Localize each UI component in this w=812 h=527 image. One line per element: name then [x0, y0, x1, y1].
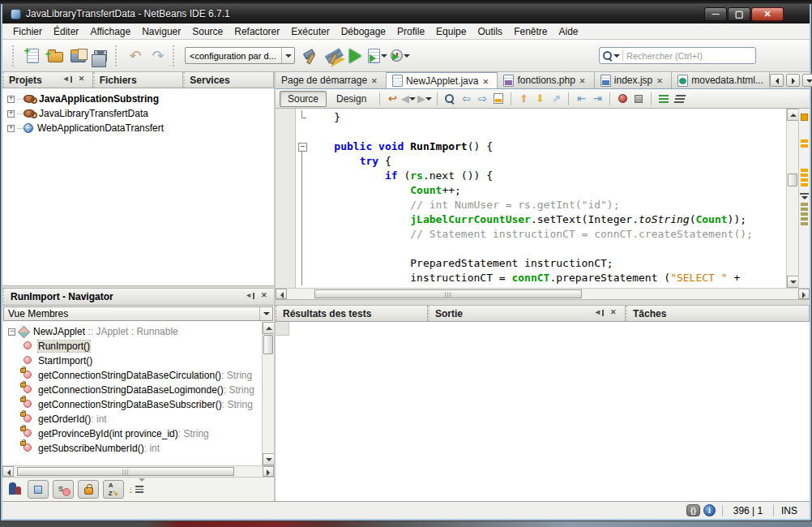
scroll-tabs-left-button[interactable]	[770, 74, 784, 87]
editor-tab-movedata-html[interactable]: movedata.html...	[672, 72, 770, 88]
search-icon[interactable]	[603, 51, 613, 61]
scrollbar-thumb[interactable]	[788, 174, 797, 186]
shift-left-button[interactable]: ⇤	[573, 91, 589, 107]
close-tab-icon[interactable]	[656, 75, 665, 86]
menu-item-refactorer[interactable]: Refactorer	[229, 24, 285, 39]
close-panel-icon[interactable]	[77, 75, 88, 85]
scroll-left-icon[interactable]	[276, 289, 287, 299]
stripe-mark-old[interactable]	[801, 212, 808, 216]
navigator-root-node[interactable]: NewJApplet :: JApplet : Runnable	[6, 324, 274, 339]
collapse-icon[interactable]	[8, 328, 15, 336]
stripe-mark-warn[interactable]	[801, 139, 808, 143]
menu-item-affichage[interactable]: Affichage	[84, 24, 136, 39]
back-button[interactable]: ◀	[400, 91, 417, 107]
menu-item-equipe[interactable]: Equipe	[430, 24, 472, 39]
stripe-mark-warn[interactable]	[801, 144, 808, 148]
navigator-member-getsubscribenumberid[interactable]: getSubscribeNumberId() : int	[6, 441, 274, 456]
projects-tree[interactable]: JavaApplicationSubstringJavaLibraryTrans…	[2, 88, 274, 285]
toolbar-grip[interactable]	[115, 45, 121, 66]
run-button[interactable]	[344, 45, 366, 67]
menu-item-outils[interactable]: Outils	[472, 24, 508, 39]
close-tab-icon[interactable]	[482, 75, 491, 87]
stripe-mark-old[interactable]	[801, 208, 808, 211]
redo-button[interactable]: ↷	[147, 45, 169, 67]
error-stripe[interactable]	[798, 109, 810, 288]
navigator-view-select[interactable]: Vue Membres	[3, 306, 273, 321]
stripe-mark-old[interactable]	[801, 217, 808, 221]
scrollbar-thumb[interactable]	[17, 467, 234, 476]
show-fields-toggle[interactable]	[28, 480, 49, 499]
close-panel-icon[interactable]	[609, 309, 619, 319]
shift-right-button[interactable]: ⇥	[589, 91, 605, 107]
configuration-select[interactable]: <configuration par d...	[185, 47, 295, 64]
editor-notifications-icon[interactable]	[686, 504, 700, 516]
chevron-down-icon[interactable]	[613, 51, 620, 61]
bottom-tab-taches[interactable]: Tâches	[626, 306, 810, 321]
maximize-button[interactable]	[728, 7, 750, 21]
quick-search[interactable]	[599, 47, 756, 64]
stripe-mark-old[interactable]	[801, 203, 808, 206]
build-button[interactable]	[298, 45, 321, 67]
panel-tab-projets[interactable]: Projets	[2, 72, 93, 88]
menu-item-editer[interactable]: Éditer	[48, 24, 84, 39]
info-icon[interactable]	[703, 504, 716, 516]
toolbar-grip[interactable]	[173, 45, 178, 66]
scrollbar-thumb[interactable]	[263, 335, 273, 354]
navigator-vertical-scrollbar[interactable]	[262, 322, 274, 465]
stripe-mark-warn[interactable]	[801, 183, 808, 186]
minimize-button[interactable]	[704, 7, 727, 21]
stripe-mark-caret[interactable]	[800, 193, 809, 195]
chevron-down-icon[interactable]	[425, 94, 433, 104]
stripe-mark-status[interactable]	[801, 114, 808, 121]
stripe-mark-warn[interactable]	[801, 178, 808, 182]
scroll-down-icon[interactable]	[263, 453, 274, 465]
menu-item-executer[interactable]: Exécuter	[285, 24, 335, 39]
expand-icon[interactable]	[7, 125, 15, 132]
scroll-tabs-right-button[interactable]	[786, 74, 800, 87]
toolbar-grip[interactable]	[12, 45, 18, 66]
project-item-javalibrarytransfertdata[interactable]: JavaLibraryTransfertData	[6, 106, 274, 121]
stripe-mark-warn[interactable]	[801, 174, 808, 177]
code-editor[interactable]: } public void RunImport() { try { if (rs…	[296, 109, 786, 288]
bottom-tab-sortie[interactable]: Sortie	[428, 306, 626, 321]
open-project-button[interactable]	[66, 45, 89, 67]
last-edit-position-button[interactable]: ↩	[384, 91, 400, 107]
title-bar[interactable]: JavaLibraryTransfertData - NetBeans IDE …	[2, 4, 810, 24]
minimize-panel-icon[interactable]	[64, 75, 75, 85]
navigator-header[interactable]: RunImport - Navigator	[2, 289, 274, 306]
comment-button[interactable]	[656, 91, 672, 107]
editor-tab-index-jsp[interactable]: index.jsp	[595, 72, 672, 88]
clean-build-button[interactable]	[321, 45, 344, 67]
toggle-bookmark-button[interactable]: ⇗	[548, 91, 564, 107]
sort-by-source-button[interactable]: ↓	[128, 483, 143, 495]
navigator-tree[interactable]: NewJApplet :: JApplet : Runnable RunImpo…	[2, 322, 274, 465]
scroll-up-icon[interactable]	[787, 109, 799, 121]
chevron-down-icon[interactable]	[403, 51, 410, 61]
profile-button[interactable]	[389, 45, 412, 67]
tab-list-button[interactable]	[802, 74, 812, 87]
find-next-button[interactable]: ⇨	[474, 91, 490, 107]
bottom-tab-resultats-des-tests[interactable]: Résultats des tests	[276, 306, 428, 321]
panel-tab-fichiers[interactable]: Fichiers	[93, 72, 184, 88]
navigator-member-startimport[interactable]: StartImport()	[6, 353, 274, 368]
menu-item-fenetre[interactable]: Fenêtre	[508, 24, 553, 39]
editor-horizontal-scrollbar[interactable]	[276, 288, 810, 299]
scroll-down-icon[interactable]	[787, 276, 799, 288]
undo-button[interactable]: ↶	[124, 45, 147, 67]
stripe-mark-warn[interactable]	[801, 169, 808, 172]
navigator-member-getorderid[interactable]: getOrderId() : int	[6, 412, 274, 426]
forward-button[interactable]: ▶	[417, 91, 433, 107]
debug-button[interactable]	[366, 45, 389, 67]
navigator-member-getconnectionstringdatabasesubscriber[interactable]: getConnectionStringDataBaseSubscriber() …	[6, 397, 274, 412]
find-selection-button[interactable]	[442, 91, 458, 107]
close-tab-icon[interactable]	[371, 75, 380, 86]
new-file-button[interactable]	[21, 45, 44, 67]
fold-collapse-icon[interactable]	[296, 139, 309, 154]
next-bookmark-button[interactable]: ⬇	[532, 91, 548, 107]
menu-item-debogage[interactable]: Débogage	[335, 24, 391, 39]
navigator-member-runimport[interactable]: RunImport()	[6, 339, 274, 353]
view-toggle-source[interactable]: Source	[280, 91, 327, 107]
editor-tab-newjapplet-java[interactable]: NewJApplet.java	[387, 72, 498, 88]
menu-item-naviguer[interactable]: Naviguer	[136, 24, 186, 39]
close-panel-icon[interactable]	[259, 292, 270, 302]
